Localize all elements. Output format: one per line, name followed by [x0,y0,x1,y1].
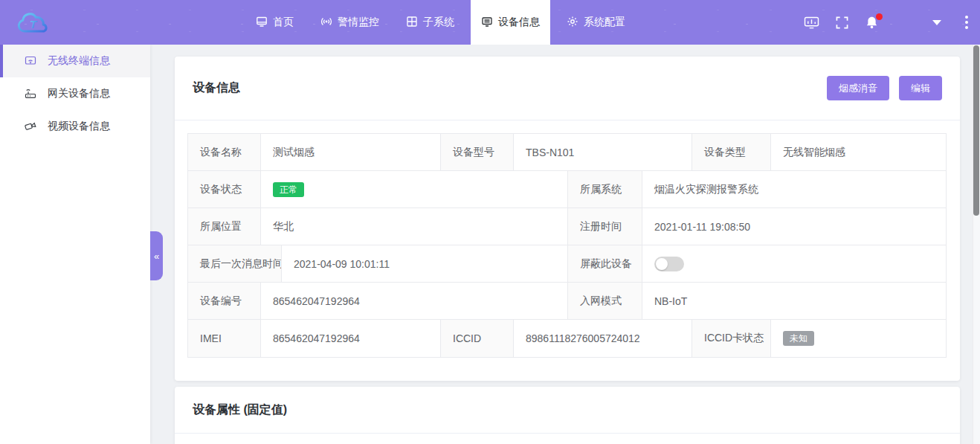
field-value: 89861118276005724012 [514,320,692,357]
device-info-table: 设备名称 测试烟感 设备型号 TBS-N101 设备类型 无线智能烟感 设备状态… [187,133,947,358]
field-label: IMEI [188,320,261,357]
field-label: 设备名称 [188,134,261,170]
field-value: 865462047192964 [261,283,568,319]
gear-icon [567,16,578,30]
fullscreen-icon[interactable] [836,16,848,29]
vertical-scrollbar-thumb[interactable] [973,45,979,216]
nav-item-subsystems[interactable]: 子系统 [396,0,465,45]
field-label: 最后一次消息时间 [188,245,282,282]
sidebar-item-label: 无线终端信息 [48,54,110,68]
nav-item-home[interactable]: 首页 [245,0,304,45]
nav-item-label: 子系统 [423,16,454,29]
field-value: TBS-N101 [514,134,692,170]
sidebar-item-video-devices[interactable]: 视频设备信息 [0,110,150,143]
table-row: IMEI 865462047192964 ICCID 8986111827600… [188,320,946,357]
status-badge: 正常 [273,182,304,197]
attributes-card-title: 设备属性 (固定值) [193,402,287,418]
app-root: T 首页 警情监控 [0,0,980,444]
nav-item-alarm-monitoring[interactable]: 警情监控 [310,0,390,45]
table-row: 所属位置 华北 注册时间 2021-01-11 19:08:50 [188,208,946,245]
subsystem-grid-icon [406,16,418,30]
navbar-right-tools [804,0,980,45]
table-row: 设备名称 测试烟感 设备型号 TBS-N101 设备类型 无线智能烟感 [188,134,946,171]
vertical-scrollbar-track [973,45,980,444]
table-row: 设备编号 865462047192964 入网模式 NB-IoT [188,283,946,320]
field-label: 设备编号 [188,283,261,319]
wireless-terminal-icon [25,54,48,68]
field-value: 865462047192964 [261,320,441,357]
notification-badge [876,13,883,20]
field-label: 设备类型 [692,134,771,170]
field-label: 所属位置 [188,208,261,245]
field-value: 无线智能烟感 [771,134,946,170]
field-value: 测试烟感 [261,134,441,170]
field-label: 所属系统 [568,171,642,207]
device-card-title: 设备信息 [193,80,240,96]
field-label: 注册时间 [568,208,642,245]
chevron-double-left-icon: « [154,251,159,262]
table-row: 设备状态 正常 所属系统 烟温火灾探测报警系统 [188,171,946,208]
sidebar-collapse-button[interactable]: « [150,231,163,280]
device-monitor-icon [481,16,493,30]
nav-item-label: 系统配置 [584,16,625,29]
sidebar-item-label: 网关设备信息 [48,87,110,100]
sidebar-item-wireless-terminal[interactable]: 无线终端信息 [0,45,150,77]
bell-icon[interactable] [865,16,879,30]
nav-item-device-info[interactable]: 设备信息 [471,0,550,45]
video-camera-icon [25,120,48,134]
field-value: 2021-04-09 10:01:11 [282,245,568,282]
device-attributes-card: 设备属性 (固定值) [175,387,960,444]
attributes-card-header: 设备属性 (固定值) [175,387,960,434]
smoke-mute-button[interactable]: 烟感消音 [827,76,889,100]
sidebar-item-label: 视频设备信息 [48,120,110,133]
field-label: ICCID [441,320,514,357]
field-label: 设备状态 [188,171,261,207]
field-value: NB-IoT [642,283,946,319]
field-value: 正常 [261,171,568,207]
broadcast-icon [320,16,332,30]
edit-button[interactable]: 编辑 [899,76,942,100]
top-navbar: T 首页 警情监控 [0,0,980,45]
table-row: 最后一次消息时间 2021-04-09 10:01:11 屏蔽此设备 [188,245,946,283]
field-label: 屏蔽此设备 [568,245,642,282]
dashboard-chart-icon[interactable] [804,16,819,29]
nav-item-label: 首页 [273,16,294,29]
field-value: 未知 [771,320,946,357]
svg-text:T: T [30,18,38,30]
device-info-card: 设备信息 烟感消音 编辑 设备名称 测试烟感 设备型号 TBS-N101 设备类… [175,57,960,381]
caret-down-icon[interactable] [932,20,941,25]
gateway-icon [25,87,48,101]
more-vertical-icon[interactable] [965,16,968,29]
nav-item-system-config[interactable]: 系统配置 [556,0,636,45]
field-value: 华北 [261,208,568,245]
main-nav-menu: 首页 警情监控 子系统 [245,0,636,45]
home-monitor-icon [256,16,268,30]
field-value: 2021-01-11 19:08:50 [642,208,946,245]
nav-item-label: 警情监控 [338,16,379,29]
field-value: 烟温火灾探测报警系统 [642,171,946,207]
field-label: 入网模式 [568,283,642,319]
nav-item-label: 设备信息 [498,16,540,29]
field-label: 设备型号 [441,134,514,170]
field-label: ICCID卡状态 [692,320,771,357]
sidebar: 无线终端信息 网关设备信息 [0,45,150,444]
shield-device-toggle[interactable] [654,257,684,271]
cloud-logo-icon[interactable]: T [15,7,52,38]
iccid-status-badge: 未知 [783,331,814,346]
device-card-header: 设备信息 烟感消音 编辑 [175,57,960,120]
field-value [642,245,946,282]
sidebar-item-gateway-devices[interactable]: 网关设备信息 [0,77,150,110]
